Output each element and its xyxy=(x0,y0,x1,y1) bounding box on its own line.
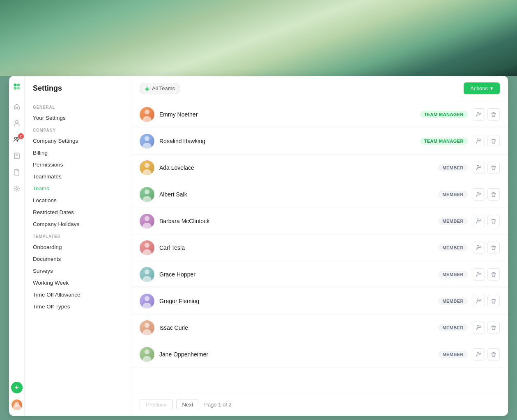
delete-member-button[interactable] xyxy=(487,295,500,307)
svg-point-4 xyxy=(16,121,18,123)
member-name: Emmy Noether xyxy=(159,111,420,118)
member-actions xyxy=(473,108,500,121)
notification-badge: 2 xyxy=(18,133,24,139)
svg-point-13 xyxy=(477,139,479,141)
edit-member-button[interactable] xyxy=(473,108,485,121)
avatar xyxy=(140,347,154,362)
actions-chevron: ▾ xyxy=(490,85,493,91)
member-actions xyxy=(473,322,500,334)
role-badge: MEMBER xyxy=(438,244,468,251)
member-actions xyxy=(473,162,500,174)
member-name: Grace Hopper xyxy=(159,271,438,278)
sidebar-item-billing[interactable]: Billing xyxy=(25,147,131,159)
home-icon[interactable] xyxy=(12,102,21,111)
svg-point-17 xyxy=(477,246,479,248)
table-row: Emmy NoetherTEAM MANAGER xyxy=(131,101,508,128)
team-filter-pill[interactable]: ◈ All Teams xyxy=(140,83,180,94)
table-row: Carl TeslaMEMBER xyxy=(131,235,508,261)
delete-member-button[interactable] xyxy=(487,348,500,361)
svg-point-16 xyxy=(477,219,479,221)
delete-member-button[interactable] xyxy=(487,135,500,147)
table-row: Ada LovelaceMEMBER xyxy=(131,155,508,181)
table-row: Gregor FlemingMEMBER xyxy=(131,288,508,315)
sidebar-item-locations[interactable]: Locations xyxy=(25,194,131,206)
next-button[interactable]: Next xyxy=(176,399,200,410)
svg-point-5 xyxy=(14,137,16,139)
svg-point-15 xyxy=(477,192,479,194)
delete-member-button[interactable] xyxy=(487,108,500,121)
avatar xyxy=(140,134,154,148)
sidebar-item-time-off-allowance[interactable]: Time Off Allowance xyxy=(25,289,131,301)
sidebar-item-permissions[interactable]: Permissions xyxy=(25,159,131,171)
sidebar-item-time-off-types[interactable]: Time Off Types xyxy=(25,301,131,313)
team-icon[interactable]: 2 xyxy=(12,135,21,144)
avatar xyxy=(140,187,154,202)
delete-member-button[interactable] xyxy=(487,242,500,254)
member-name: Barbara McClintock xyxy=(159,218,438,224)
edit-member-button[interactable] xyxy=(473,162,485,174)
member-name: Issac Curie xyxy=(159,324,438,331)
page-info: Page 1 of 2 xyxy=(204,402,232,408)
sidebar-item-restricted-dates[interactable]: Restricted Dates xyxy=(25,206,131,218)
actions-button[interactable]: Actions ▾ xyxy=(464,82,500,94)
edit-member-button[interactable] xyxy=(473,348,485,361)
table-row: Barbara McClintockMEMBER xyxy=(131,208,508,235)
gear-icon[interactable] xyxy=(12,184,21,193)
sidebar-item-working-week[interactable]: Working Week xyxy=(25,277,131,289)
edit-member-button[interactable] xyxy=(473,215,485,227)
delete-member-button[interactable] xyxy=(487,215,500,227)
delete-member-button[interactable] xyxy=(487,268,500,281)
team-filter-label: All Teams xyxy=(152,85,175,91)
role-badge: TEAM MANAGER xyxy=(420,137,468,145)
main-header: ◈ All Teams Actions ▾ xyxy=(131,76,508,101)
table-row: Issac CurieMEMBER xyxy=(131,315,508,341)
role-badge: MEMBER xyxy=(438,297,468,305)
svg-point-1 xyxy=(17,84,20,87)
team-filter-icon: ◈ xyxy=(145,85,149,92)
role-badge: MEMBER xyxy=(438,164,468,171)
sidebar-section-label: GENERAL xyxy=(25,101,131,112)
svg-point-14 xyxy=(477,166,479,168)
document-icon[interactable] xyxy=(12,151,21,160)
svg-point-19 xyxy=(477,299,479,301)
svg-point-12 xyxy=(477,112,479,114)
app-container: 2 + Settings xyxy=(9,76,508,416)
sidebar-item-company-holidays[interactable]: Company Holidays xyxy=(25,218,131,230)
sidebar-item-your-settings[interactable]: Your Settings xyxy=(25,112,131,124)
sidebar-item-company-settings[interactable]: Company Settings xyxy=(25,135,131,147)
edit-member-button[interactable] xyxy=(473,295,485,307)
table-row: Grace HopperMEMBER xyxy=(131,261,508,288)
main-content: ◈ All Teams Actions ▾ Emmy NoetherTEAM M… xyxy=(131,76,508,416)
file-icon[interactable] xyxy=(12,168,21,177)
svg-point-21 xyxy=(477,352,479,354)
sidebar-item-documents[interactable]: Documents xyxy=(25,253,131,265)
person-icon[interactable] xyxy=(12,119,21,128)
sidebar-item-onboarding[interactable]: Onboarding xyxy=(25,241,131,253)
sidebar-item-teammates[interactable]: Teammates xyxy=(25,171,131,183)
table-row: Jane OppenheimerMEMBER xyxy=(131,341,508,368)
delete-member-button[interactable] xyxy=(487,188,500,201)
sidebar: Settings GENERALYour SettingsCOMPANYComp… xyxy=(25,76,131,416)
delete-member-button[interactable] xyxy=(487,322,500,334)
sidebar-item-surveys[interactable]: Surveys xyxy=(25,265,131,277)
member-actions xyxy=(473,242,500,254)
delete-member-button[interactable] xyxy=(487,162,500,174)
pagination: Previous Next Page 1 of 2 xyxy=(131,393,508,416)
avatar xyxy=(140,214,154,228)
member-actions xyxy=(473,348,500,361)
edit-member-button[interactable] xyxy=(473,242,485,254)
edit-member-button[interactable] xyxy=(473,135,485,147)
add-button[interactable]: + xyxy=(11,382,23,393)
sidebar-title: Settings xyxy=(25,84,131,101)
edit-member-button[interactable] xyxy=(473,268,485,281)
icon-rail: 2 + xyxy=(9,76,25,416)
user-avatar[interactable] xyxy=(11,399,22,410)
member-actions xyxy=(473,215,500,227)
edit-member-button[interactable] xyxy=(473,188,485,201)
sidebar-item-teams[interactable]: Teams xyxy=(25,183,131,194)
actions-label: Actions xyxy=(470,85,488,91)
edit-member-button[interactable] xyxy=(473,322,485,334)
avatar xyxy=(140,107,154,122)
previous-button[interactable]: Previous xyxy=(140,399,173,410)
background-painting xyxy=(0,0,517,76)
